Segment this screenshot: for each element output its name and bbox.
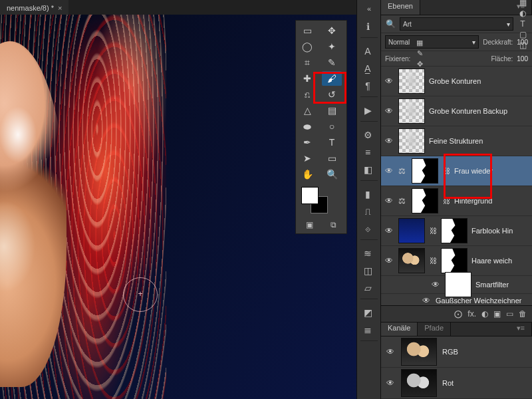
layer-row[interactable]: 👁⚖⛓Hintergrund	[381, 186, 532, 216]
layers-footer-btn-1[interactable]: fx.	[467, 309, 476, 319]
dock-icon-6-1[interactable]: ≣	[360, 323, 375, 336]
layer-thumb[interactable]	[398, 218, 425, 243]
dock-icon-4-2[interactable]: ⟐	[360, 222, 375, 235]
tool-eyedropper[interactable]: ✎	[322, 55, 342, 70]
link-icon[interactable]: ⛓	[442, 167, 450, 175]
tab-layers[interactable]: Ebenen	[381, 0, 420, 15]
layer-filter-kind[interactable]: Art▾	[400, 17, 513, 31]
dock-icon-5-0[interactable]: ≋	[360, 247, 375, 260]
layer-filter-btn-1[interactable]: ◐	[517, 8, 528, 19]
tool-history-brush[interactable]: ↺	[322, 87, 342, 102]
layers-footer-btn-0[interactable]: ⨀	[454, 309, 462, 319]
dock-icon-3-1[interactable]: ≡	[360, 146, 375, 159]
visibility-toggle[interactable]: 👁	[384, 76, 394, 86]
layer-row[interactable]: 👁Smartfilter	[381, 276, 532, 294]
layer-name[interactable]: Grobe Konturen Backup	[429, 107, 507, 115]
dock-icon-4-0[interactable]: ▮	[360, 188, 375, 201]
tool-pen[interactable]: ✒	[297, 135, 317, 150]
tab-paths[interactable]: Pfade	[418, 323, 451, 336]
channels-menu-icon[interactable]: ▾≡	[451, 323, 532, 336]
mask-thumb[interactable]	[441, 248, 467, 273]
layer-row[interactable]: 👁⚖⛓Frau wieder	[381, 156, 532, 186]
link-icon[interactable]: ⛓	[429, 227, 437, 235]
visibility-toggle[interactable]: 👁	[384, 106, 394, 116]
channel-row[interactable]: 👁Rot	[381, 368, 532, 399]
layers-footer-btn-2[interactable]: ◐	[481, 309, 488, 319]
link-icon[interactable]: ⛓	[442, 197, 450, 205]
screenmode-icon[interactable]: ⧉	[325, 219, 341, 231]
layer-filter-btn-0[interactable]: ▦	[517, 0, 528, 8]
visibility-toggle[interactable]: 👁	[384, 136, 394, 146]
visibility-toggle[interactable]: 👁	[384, 256, 394, 265]
tool-type[interactable]: T	[322, 135, 342, 150]
layer-row[interactable]: 👁Feine Strukturen	[381, 126, 532, 156]
visibility-toggle[interactable]: 👁	[384, 166, 394, 176]
tool-brush[interactable]: 🖌	[322, 71, 342, 86]
tool-hand[interactable]: ✋	[297, 167, 317, 182]
tool-gradient[interactable]: ▤	[322, 103, 342, 118]
dock-icon-4-1[interactable]: ⎍	[360, 205, 375, 218]
layer-row[interactable]: 👁⛓Farblook Hin	[381, 216, 532, 246]
layer-name[interactable]: Smartfilter	[475, 281, 509, 289]
strip-expand-icon[interactable]: «	[362, 4, 376, 13]
dock-icon-6-0[interactable]: ◩	[360, 306, 375, 319]
layer-row[interactable]: 👁Grobe Konturen Backup	[381, 96, 532, 126]
tool-eraser[interactable]: △	[297, 103, 317, 118]
visibility-toggle[interactable]: 👁	[421, 296, 432, 305]
layers-footer-btn-3[interactable]: ▣	[493, 309, 501, 319]
blend-mode-select[interactable]: Normal▾	[385, 35, 479, 49]
visibility-toggle[interactable]: 👁	[384, 196, 394, 205]
visibility-toggle[interactable]: 👁	[430, 280, 441, 289]
layer-filter-btn-2[interactable]: T	[517, 19, 528, 29]
dock-icon-3-2[interactable]: ◧	[360, 163, 375, 176]
dock-icon-3-0[interactable]: ⚙	[360, 128, 375, 142]
mask-thumb[interactable]	[441, 218, 467, 243]
opacity-value[interactable]: 100	[517, 39, 528, 46]
tool-healing[interactable]: ✚	[297, 71, 317, 86]
layer-row[interactable]: 👁Gaußscher Weichzeichner	[381, 294, 532, 305]
visibility-toggle[interactable]: 👁	[385, 378, 396, 388]
close-tab-icon[interactable]: ×	[58, 4, 62, 12]
layer-thumb[interactable]	[412, 188, 438, 213]
tool-crop[interactable]: ⌗	[297, 55, 317, 70]
layer-name[interactable]: Frau wieder	[454, 167, 493, 175]
tool-zoom[interactable]: 🔍	[322, 167, 342, 182]
layer-name[interactable]: Grobe Konturen	[429, 77, 481, 85]
dock-icon-1-1[interactable]: A̲	[360, 62, 375, 75]
dock-icon-1-2[interactable]: ¶	[360, 79, 375, 92]
visibility-toggle[interactable]: 👁	[385, 347, 396, 356]
tool-path-select[interactable]: ➤	[297, 151, 317, 166]
panel-menu-icon[interactable]: ▾≡	[420, 0, 532, 15]
lock-btn-0[interactable]: ▦	[414, 37, 425, 48]
layer-row[interactable]: 👁Grobe Konturen	[381, 66, 532, 96]
layer-name[interactable]: Haare weich	[471, 257, 512, 265]
layer-thumb[interactable]	[398, 248, 425, 273]
tool-shape[interactable]: ▭	[322, 151, 342, 166]
tool-stamp[interactable]: ⎌	[297, 87, 317, 102]
lock-btn-1[interactable]: ✎	[414, 48, 425, 59]
layer-thumb[interactable]	[398, 68, 425, 94]
layer-thumb[interactable]	[398, 128, 425, 154]
tool-marquee[interactable]: ▭	[297, 23, 317, 38]
dock-icon-0-0[interactable]: ℹ	[360, 20, 375, 33]
tool-lasso[interactable]: ◯	[297, 39, 317, 54]
tab-channels[interactable]: Kanäle	[381, 323, 418, 336]
fg-swatch[interactable]	[301, 187, 319, 204]
channel-row[interactable]: 👁RGB	[381, 336, 532, 368]
layer-thumb[interactable]	[398, 98, 425, 124]
dock-icon-5-1[interactable]: ◫	[360, 264, 375, 277]
dock-icon-5-2[interactable]: ⏥	[360, 281, 375, 295]
search-icon[interactable]: 🔍	[385, 19, 396, 29]
fill-value[interactable]: 100	[517, 55, 528, 63]
layers-footer-btn-5[interactable]: 🗑	[519, 309, 527, 319]
tool-magic-wand[interactable]: ✦	[322, 39, 342, 54]
dock-icon-1-0[interactable]: A	[360, 45, 375, 58]
layer-name[interactable]: Feine Strukturen	[429, 137, 483, 145]
layers-footer-btn-4[interactable]: ▭	[506, 309, 513, 319]
tool-blur[interactable]: ⬬	[297, 119, 317, 134]
layer-name[interactable]: Hintergrund	[454, 197, 492, 205]
color-swatches[interactable]	[297, 186, 345, 215]
layer-thumb[interactable]	[412, 158, 438, 184]
visibility-toggle[interactable]: 👁	[384, 226, 394, 235]
tool-dodge[interactable]: ○	[322, 119, 342, 134]
